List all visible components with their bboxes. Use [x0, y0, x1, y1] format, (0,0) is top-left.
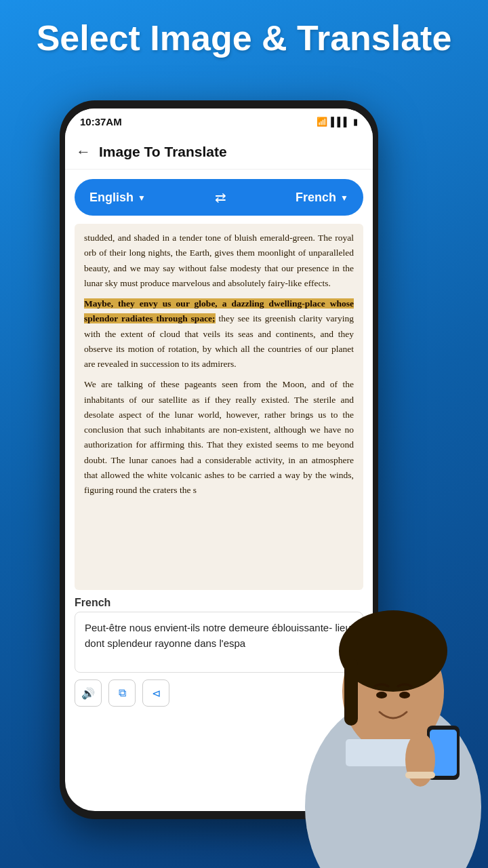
- book-text: studded, and shaded in a tender tone of …: [75, 224, 363, 511]
- target-language-label: French: [296, 191, 336, 205]
- target-language-button[interactable]: French ▼: [287, 185, 357, 210]
- share-button[interactable]: ⊲: [142, 679, 169, 707]
- book-paragraph-2: Maybe, they envy us our globe, a dazzlin…: [84, 296, 354, 372]
- status-bar: 10:37AM 📶 ▌▌▌ ▮: [65, 108, 373, 134]
- book-paragraph-1: studded, and shaded in a tender tone of …: [84, 231, 354, 291]
- svg-rect-3: [344, 658, 358, 726]
- source-language-dropdown-icon: ▼: [138, 193, 146, 203]
- status-icons: 📶 ▌▌▌ ▮: [317, 117, 358, 127]
- wifi-icon: 📶: [317, 117, 327, 127]
- swap-languages-button[interactable]: ⇄: [215, 189, 226, 205]
- svg-point-9: [376, 692, 387, 698]
- source-language-label: English: [89, 191, 134, 205]
- language-selector: English ▼ ⇄ French ▼: [75, 179, 363, 216]
- target-language-dropdown-icon: ▼: [340, 193, 348, 203]
- app-bar: ← Image To Translate: [65, 134, 373, 170]
- speak-button[interactable]: 🔊: [75, 679, 102, 707]
- svg-point-10: [399, 692, 410, 698]
- page-title: Image To Translate: [99, 144, 227, 160]
- book-paragraph-3: We are talking of these pageants seen fr…: [84, 377, 354, 498]
- person-illustration: [244, 495, 488, 868]
- back-button[interactable]: ←: [76, 143, 91, 161]
- battery-icon: ▮: [353, 117, 358, 127]
- status-time: 10:37AM: [80, 116, 122, 127]
- copy-button[interactable]: ⧉: [108, 679, 136, 707]
- svg-rect-8: [405, 772, 435, 778]
- source-language-button[interactable]: English ▼: [81, 185, 154, 210]
- hero-title: Select Image & Translate: [0, 19, 488, 58]
- signal-icon: ▌▌▌: [331, 117, 350, 127]
